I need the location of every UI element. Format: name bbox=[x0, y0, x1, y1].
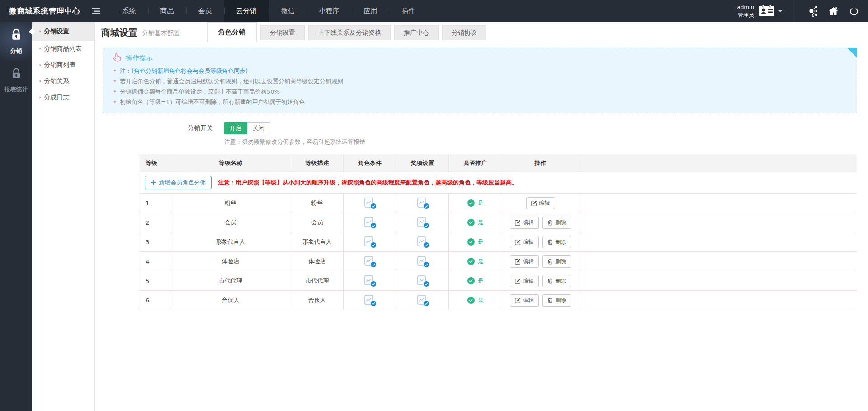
user-name: admin bbox=[737, 4, 754, 11]
award-setting-config-icon[interactable] bbox=[417, 217, 428, 228]
cell-level-name: 形象代言人 bbox=[170, 232, 291, 251]
tips-header: 操作提示 bbox=[112, 53, 848, 63]
sidebar-item-commission-log[interactable]: 分成日志 bbox=[32, 90, 94, 106]
checked-badge-icon bbox=[423, 300, 429, 307]
cell-level-desc: 形象代言人 bbox=[291, 232, 344, 251]
nav-item-goods[interactable]: 商品 bbox=[148, 0, 186, 22]
check-circle-icon bbox=[467, 258, 475, 265]
check-circle-icon bbox=[467, 199, 475, 207]
module-rail: 分销 报表统计 bbox=[0, 22, 32, 411]
cell-role-condition bbox=[344, 213, 396, 232]
delete-button[interactable]: 删除 bbox=[542, 217, 571, 229]
edit-button[interactable]: 编辑 bbox=[510, 255, 539, 268]
award-setting-config-icon[interactable] bbox=[417, 197, 428, 209]
add-member-role-button[interactable]: 新增会员角色分佣 bbox=[145, 176, 212, 189]
tab-distribution-settings[interactable]: 分销设置 bbox=[260, 25, 305, 40]
table-body: 1 粉丝 粉丝 是 编辑 2 会员 bbox=[139, 194, 857, 310]
role-condition-config-icon[interactable] bbox=[364, 217, 375, 228]
delete-button[interactable]: 删除 bbox=[542, 294, 571, 307]
nav-item-system[interactable]: 系统 bbox=[110, 0, 148, 22]
sidebar-item-distribution-goods-list[interactable]: 分销商品列表 bbox=[32, 41, 94, 57]
distribution-switch: 开启 关闭 bbox=[224, 122, 270, 134]
page-header: 商城设置 分销基本配置 角色分销 分销设置 上下线关系及分销资格 推广中心 分销… bbox=[95, 22, 868, 43]
col-level: 等级 bbox=[139, 154, 170, 172]
tab-role-distribution[interactable]: 角色分销 bbox=[207, 22, 257, 42]
nav-item-app[interactable]: 应用 bbox=[352, 0, 390, 22]
col-actions: 操作 bbox=[502, 154, 579, 172]
nav-item-plugin[interactable]: 插件 bbox=[390, 0, 428, 22]
cell-actions: 编辑 删除 bbox=[502, 232, 579, 251]
role-condition-config-icon[interactable] bbox=[364, 255, 375, 267]
lock-icon bbox=[10, 67, 23, 82]
award-setting-config-icon[interactable] bbox=[417, 255, 428, 267]
edit-button[interactable]: 编辑 bbox=[510, 217, 539, 229]
cell-actions: 编辑 删除 bbox=[502, 271, 579, 290]
role-condition-config-icon[interactable] bbox=[364, 275, 375, 287]
tips-item: 若开启角色分销，普通会员启用默认分销规则，还可以去设置分销商等级设定分销规则 bbox=[112, 76, 848, 86]
cell-level-desc: 体验店 bbox=[291, 252, 344, 271]
checked-badge-icon bbox=[370, 300, 377, 307]
plus-icon bbox=[151, 180, 156, 185]
delete-button[interactable]: 删除 bbox=[542, 275, 571, 287]
table-row: 1 粉丝 粉丝 是 编辑 bbox=[139, 194, 857, 213]
edit-button[interactable]: 编辑 bbox=[510, 275, 539, 287]
checked-badge-icon bbox=[423, 281, 429, 287]
nav-item-cloud-distribution[interactable]: 云分销 bbox=[224, 0, 269, 22]
cell-promote: 是 bbox=[449, 213, 502, 232]
nav-item-miniprogram[interactable]: 小程序 bbox=[307, 0, 352, 22]
nav-item-member[interactable]: 会员 bbox=[186, 0, 224, 22]
promote-yes-label: 是 bbox=[478, 199, 484, 207]
tips-item: 分销返佣金额每个商品单独设定，原则上不高于商品价格50% bbox=[112, 86, 848, 97]
cell-level: 3 bbox=[139, 232, 170, 251]
module-label: 分销 bbox=[10, 47, 22, 55]
sidebar-item-distribution-settings[interactable]: 分销设置 bbox=[32, 22, 94, 41]
main-content: 商城设置 分销基本配置 角色分销 分销设置 上下线关系及分销资格 推广中心 分销… bbox=[95, 22, 868, 310]
cell-role-condition bbox=[344, 194, 396, 213]
cell-award-setting bbox=[396, 232, 449, 251]
award-setting-config-icon[interactable] bbox=[417, 236, 428, 248]
checked-badge-icon bbox=[370, 261, 377, 268]
sidebar-item-distribution-relations[interactable]: 分销关系 bbox=[32, 73, 94, 90]
table-header: 等级 等级名称 等级描述 角色条件 奖项设置 是否推广 操作 bbox=[139, 154, 857, 172]
award-setting-config-icon[interactable] bbox=[417, 294, 428, 306]
tips-item: 初始角色（等级=1）可编辑不可删除，所有新建的用户都属于初始角色 bbox=[112, 97, 848, 107]
cell-level: 6 bbox=[139, 291, 170, 310]
cell-promote: 是 bbox=[449, 194, 502, 213]
switch-off-button[interactable]: 关闭 bbox=[247, 122, 270, 134]
profile-menu[interactable] bbox=[759, 4, 783, 19]
tips-list: 注：(角色分销新增角色将会与会员等级角色同步) 若开启角色分销，普通会员启用默认… bbox=[112, 66, 848, 107]
nav-item-wechat[interactable]: 微信 bbox=[269, 0, 307, 22]
delete-button[interactable]: 删除 bbox=[542, 236, 571, 248]
page-title: 商城设置 bbox=[101, 27, 137, 39]
edit-button[interactable]: 编辑 bbox=[510, 294, 539, 307]
menu-toggle-icon[interactable] bbox=[89, 0, 104, 22]
edit-button[interactable]: 编辑 bbox=[526, 197, 555, 209]
power-logout-icon[interactable] bbox=[844, 0, 864, 22]
col-level-desc: 等级描述 bbox=[291, 154, 344, 172]
cell-level-name: 市代代理 bbox=[170, 271, 291, 290]
switch-on-button[interactable]: 开启 bbox=[224, 122, 247, 134]
home-icon[interactable] bbox=[823, 0, 844, 22]
share-network-icon[interactable] bbox=[802, 0, 823, 22]
tab-promotion-center[interactable]: 推广中心 bbox=[394, 25, 439, 40]
sidebar-module-distribution[interactable]: 分销 bbox=[0, 22, 32, 61]
tips-item: 注：(角色分销新增角色将会与会员等级角色同步) bbox=[112, 66, 848, 76]
chevron-down-icon bbox=[778, 10, 783, 12]
cell-actions: 编辑 删除 bbox=[502, 213, 579, 232]
edit-button[interactable]: 编辑 bbox=[510, 236, 539, 248]
table-subheader: 新增会员角色分佣 注意：用户按照【等级】从小到大的顺序升级，请按照角色的高级程度… bbox=[139, 172, 857, 194]
tab-updownline-qualification[interactable]: 上下线关系及分销资格 bbox=[308, 25, 391, 40]
user-info[interactable]: admin 管理员 bbox=[737, 4, 754, 18]
delete-button[interactable]: 删除 bbox=[542, 255, 571, 268]
award-setting-config-icon[interactable] bbox=[417, 275, 428, 287]
role-condition-config-icon[interactable] bbox=[364, 294, 375, 306]
checked-badge-icon bbox=[370, 222, 377, 229]
tab-distribution-agreement[interactable]: 分销协议 bbox=[442, 25, 486, 40]
col-empty bbox=[579, 154, 857, 172]
cell-empty bbox=[579, 252, 857, 271]
role-condition-config-icon[interactable] bbox=[364, 197, 375, 209]
sidebar-item-distributor-list[interactable]: 分销商列表 bbox=[32, 57, 94, 73]
cell-level-name: 体验店 bbox=[170, 252, 291, 271]
sidebar-module-report-statistics[interactable]: 报表统计 bbox=[0, 61, 32, 100]
role-condition-config-icon[interactable] bbox=[364, 236, 375, 248]
